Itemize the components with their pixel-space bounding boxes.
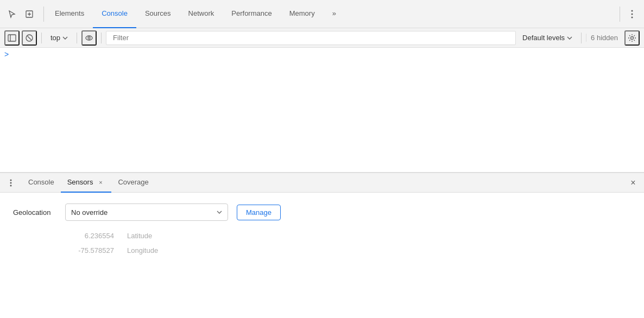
svg-point-1 <box>632 10 633 11</box>
svg-point-10 <box>631 36 634 39</box>
levels-button[interactable]: Default levels <box>518 33 577 43</box>
longitude-row: -75.578527 Longitude <box>65 246 631 255</box>
close-sensors-tab-icon[interactable]: × <box>96 178 105 187</box>
more-options-icon[interactable] <box>624 7 640 22</box>
svg-point-2 <box>632 13 633 15</box>
console-main-area: > <box>0 48 644 173</box>
gear-icon[interactable] <box>624 30 640 46</box>
bottom-tab-coverage[interactable]: Coverage <box>111 173 155 193</box>
close-bottom-panel-icon[interactable]: × <box>627 176 640 189</box>
geolocation-select[interactable]: No override <box>65 203 228 221</box>
context-selector[interactable]: top <box>46 33 72 43</box>
tab-more[interactable]: » <box>324 0 345 28</box>
latitude-label: Latitude <box>127 232 152 240</box>
bottom-tab-menu-icon[interactable] <box>4 176 17 189</box>
latitude-value: 6.236554 <box>65 232 114 240</box>
eye-icon[interactable] <box>81 30 97 46</box>
sensors-panel: Geolocation No override Manage 6.236554 … <box>0 193 644 272</box>
console-toolbar: top Default levels 6 hidden <box>0 28 644 48</box>
svg-point-3 <box>632 16 633 18</box>
longitude-value: -75.578527 <box>65 246 114 255</box>
console-sidebar-icon[interactable] <box>4 30 20 46</box>
filter-input[interactable] <box>109 31 513 44</box>
cursor-icon[interactable] <box>4 7 20 22</box>
tab-sources[interactable]: Sources <box>136 0 180 28</box>
svg-line-7 <box>28 36 31 40</box>
svg-point-8 <box>86 36 92 40</box>
tab-elements[interactable]: Elements <box>46 0 93 28</box>
top-tab-bar: Elements Console Sources Network Perform… <box>0 0 644 28</box>
manage-button[interactable]: Manage <box>237 205 281 220</box>
svg-point-11 <box>10 179 12 181</box>
tab-performance[interactable]: Performance <box>223 0 280 28</box>
tab-network[interactable]: Network <box>180 0 223 28</box>
clear-icon[interactable] <box>22 30 37 46</box>
geolocation-label: Geolocation <box>13 208 56 217</box>
hidden-count: 6 hidden <box>586 34 622 42</box>
svg-rect-4 <box>8 35 16 41</box>
geolocation-row: Geolocation No override Manage <box>13 203 631 221</box>
bottom-tab-sensors[interactable]: Sensors × <box>61 173 112 193</box>
bottom-tabs-bar: Console Sensors × Coverage × <box>0 173 644 193</box>
svg-point-12 <box>10 182 12 183</box>
tab-memory[interactable]: Memory <box>281 0 324 28</box>
tab-console[interactable]: Console <box>93 0 136 28</box>
svg-point-13 <box>10 185 12 186</box>
svg-point-9 <box>88 37 90 39</box>
filter-area <box>106 31 516 45</box>
console-prompt[interactable]: > <box>4 50 9 59</box>
devtools-right-icons <box>620 7 640 22</box>
bottom-tab-console[interactable]: Console <box>22 173 61 193</box>
separator-1 <box>41 33 42 43</box>
console-content: > <box>0 48 644 172</box>
bottom-panel: Console Sensors × Coverage × Geolocation… <box>0 173 644 272</box>
latitude-row: 6.236554 Latitude <box>65 232 631 240</box>
longitude-label: Longitude <box>127 246 158 255</box>
inspect-icon[interactable] <box>22 7 37 22</box>
separator-2 <box>77 33 77 43</box>
separator-3 <box>101 33 102 43</box>
separator-4 <box>581 33 582 43</box>
devtools-icons <box>4 7 44 22</box>
